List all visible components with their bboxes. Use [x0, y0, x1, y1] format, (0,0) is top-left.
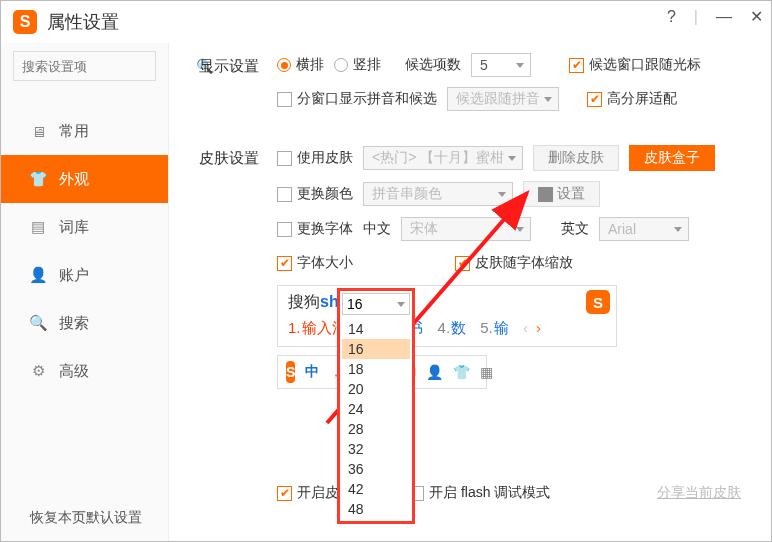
- chk-font-follow-skin[interactable]: ✔皮肤随字体缩放: [455, 254, 573, 272]
- dropdown-list: 14161820242832364248: [340, 317, 412, 521]
- radio-label: 竖排: [353, 56, 381, 74]
- chk-label: 皮肤随字体缩放: [475, 254, 573, 272]
- font-size-option[interactable]: 36: [342, 459, 410, 479]
- nav-label: 常用: [59, 122, 89, 141]
- font-size-option[interactable]: 42: [342, 479, 410, 499]
- checkbox-icon: [277, 92, 292, 107]
- radio-horizontal[interactable]: 横排: [277, 56, 324, 74]
- search-box[interactable]: 🔍: [13, 51, 156, 81]
- help-button[interactable]: ?: [667, 8, 676, 26]
- checkbox-icon: [277, 151, 292, 166]
- chk-label: 分窗口显示拼音和候选: [297, 90, 437, 108]
- share-skin-link[interactable]: 分享当前皮肤: [657, 484, 741, 502]
- checkbox-icon: ✔: [277, 486, 292, 501]
- search-icon: 🔍: [29, 314, 47, 332]
- window-title: 属性设置: [47, 10, 119, 34]
- chk-change-color[interactable]: 更换颜色: [277, 185, 353, 203]
- chk-font-size[interactable]: ✔字体大小: [277, 254, 353, 272]
- font-size-option[interactable]: 32: [342, 439, 410, 459]
- btn-label: 设置: [557, 185, 585, 203]
- window-controls: ? | — ✕: [667, 7, 763, 26]
- chk-change-font[interactable]: 更换字体: [277, 220, 353, 238]
- nav-label: 高级: [59, 362, 89, 381]
- select-value: Arial: [608, 221, 636, 237]
- color-select: 拼音串颜色: [363, 182, 513, 206]
- nav-label: 外观: [59, 170, 89, 189]
- sogou-logo-icon: S: [286, 361, 295, 383]
- delete-skin-button: 删除皮肤: [533, 145, 619, 171]
- font-size-option[interactable]: 14: [342, 319, 410, 339]
- chk-follow-cursor[interactable]: ✔候选窗口跟随光标: [569, 56, 701, 74]
- chk-label: 更换字体: [297, 220, 353, 238]
- nav-dictionary[interactable]: ▤词库: [1, 203, 168, 251]
- minimize-button[interactable]: —: [716, 8, 732, 26]
- dropdown-selected[interactable]: 16: [342, 293, 410, 315]
- font-size-option[interactable]: 20: [342, 379, 410, 399]
- font-size-option[interactable]: 24: [342, 399, 410, 419]
- sogou-logo-icon: S: [586, 290, 610, 314]
- select-value: 候选跟随拼音: [456, 90, 540, 108]
- cand-num: 1.: [288, 319, 301, 336]
- shirt-icon: 👕: [29, 170, 47, 188]
- checkbox-icon: [277, 187, 292, 202]
- skin-box-button[interactable]: 皮肤盒子: [629, 145, 715, 171]
- radio-dot-icon: [277, 58, 291, 72]
- preview-candidates: 1.输入法 3.书 4.数 5.输 ‹ ›: [280, 317, 614, 344]
- font-size-option[interactable]: 28: [342, 419, 410, 439]
- chk-label: 字体大小: [297, 254, 353, 272]
- main-panel: 显示设置 横排 竖排 候选项数 5 ✔候选窗口跟随光标 分窗口显示拼音和候选 候…: [169, 43, 771, 541]
- chk-label: 更换颜色: [297, 185, 353, 203]
- cand-count-label: 候选项数: [405, 56, 461, 74]
- nav-label: 词库: [59, 218, 89, 237]
- checkbox-icon: ✔: [569, 58, 584, 73]
- nav-general[interactable]: 🖥常用: [1, 107, 168, 155]
- cand-num: 4.: [438, 319, 451, 336]
- font-size-dropdown[interactable]: 16 14161820242832364248: [337, 288, 415, 524]
- checkbox-icon: [277, 222, 292, 237]
- font-size-option[interactable]: 16: [342, 339, 410, 359]
- checkbox-icon: ✔: [587, 92, 602, 107]
- dropdown-value: 16: [347, 296, 363, 312]
- nav-account[interactable]: 👤账户: [1, 251, 168, 299]
- toolbar-cn[interactable]: 中: [305, 363, 319, 381]
- nav-advanced[interactable]: ⚙高级: [1, 347, 168, 395]
- chk-label: 候选窗口跟随光标: [589, 56, 701, 74]
- checkbox-icon: ✔: [277, 256, 292, 271]
- titlebar: S 属性设置 ? | — ✕: [1, 1, 771, 43]
- skin-preview: 搜狗shu S 1.输入法 3.书 4.数 5.输 ‹ ›: [277, 285, 617, 347]
- section-skin: 皮肤设置 使用皮肤 <热门> 【十月】蜜柑 删除皮肤 皮肤盒子 更换颜色 拼音串…: [199, 145, 741, 515]
- cand-count-select[interactable]: 5: [471, 53, 531, 77]
- checkbox-icon: ✔: [455, 256, 470, 271]
- nav-appearance[interactable]: 👕外观: [1, 155, 168, 203]
- skin-select: <热门> 【十月】蜜柑: [363, 146, 523, 170]
- nav: 🖥常用 👕外观 ▤词库 👤账户 🔍搜索 ⚙高级: [1, 107, 168, 395]
- person-icon[interactable]: 👤: [426, 364, 443, 380]
- pager-arrows[interactable]: ‹ ›: [523, 319, 543, 336]
- chk-hidpi[interactable]: ✔高分屏适配: [587, 90, 677, 108]
- radio-vertical[interactable]: 竖排: [334, 56, 381, 74]
- cand-word: 数: [451, 319, 466, 336]
- nav-search[interactable]: 🔍搜索: [1, 299, 168, 347]
- select-value: 拼音串颜色: [372, 185, 442, 203]
- close-button[interactable]: ✕: [750, 7, 763, 26]
- section-label: 显示设置: [199, 53, 277, 121]
- chk-label: 高分屏适配: [607, 90, 677, 108]
- chk-use-skin[interactable]: 使用皮肤: [277, 149, 353, 167]
- restore-defaults-button[interactable]: 恢复本页默认设置: [11, 509, 161, 527]
- font-size-option[interactable]: 48: [342, 499, 410, 519]
- divider: |: [694, 8, 698, 26]
- font-size-option[interactable]: 18: [342, 359, 410, 379]
- chk-flash-debug[interactable]: 开启 flash 调试模式: [409, 484, 550, 502]
- sidebar: 🔍 🖥常用 👕外观 ▤词库 👤账户 🔍搜索 ⚙高级 恢复本页默认设置: [1, 43, 169, 541]
- cand-count-value: 5: [480, 57, 488, 73]
- nav-label: 账户: [59, 266, 89, 285]
- skin-icon[interactable]: 👕: [453, 364, 470, 380]
- cn-label: 中文: [363, 220, 391, 238]
- cand-word: 输: [494, 319, 509, 336]
- search-input[interactable]: [22, 59, 190, 74]
- section-display: 显示设置 横排 竖排 候选项数 5 ✔候选窗口跟随光标 分窗口显示拼音和候选 候…: [199, 53, 741, 121]
- chk-split-window[interactable]: 分窗口显示拼音和候选: [277, 90, 437, 108]
- monitor-icon: 🖥: [29, 123, 47, 140]
- toolbox-icon[interactable]: ▦: [480, 364, 493, 380]
- section-label: 皮肤设置: [199, 145, 277, 515]
